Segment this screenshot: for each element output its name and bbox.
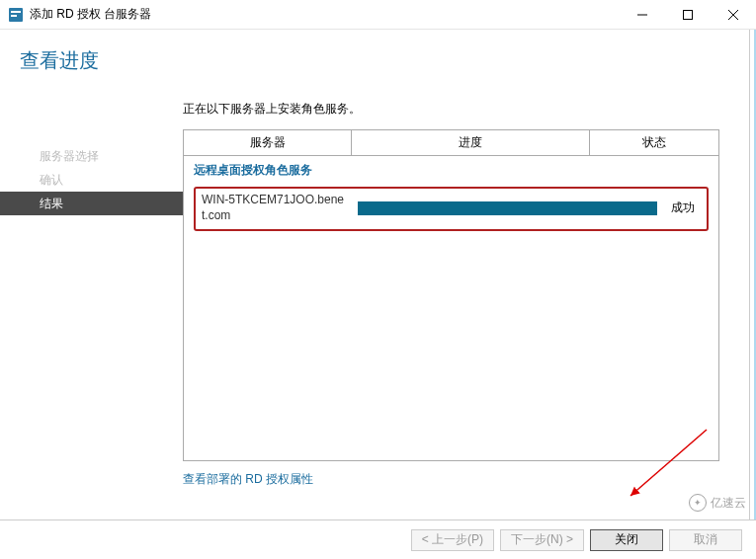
window-controls bbox=[620, 0, 756, 29]
main-panel: 正在以下服务器上安装角色服务。 服务器 进度 状态 远程桌面授权角色服务 WIN… bbox=[183, 91, 749, 519]
page-heading: 查看进度 bbox=[0, 30, 749, 88]
sidebar-item-server-select: 服务器选择 bbox=[0, 144, 183, 168]
cancel-button: 取消 bbox=[669, 529, 742, 551]
sidebar-item-results: 结果 bbox=[0, 192, 183, 215]
svg-rect-4 bbox=[684, 10, 693, 19]
table-body: 远程桌面授权角色服务 WIN-5TKCEM71JOO.benet.com 成功 bbox=[184, 156, 718, 460]
watermark-logo-icon: ✦ bbox=[689, 494, 707, 512]
sidebar: 服务器选择 确认 结果 bbox=[0, 91, 183, 519]
server-name: WIN-5TKCEM71JOO.benet.com bbox=[202, 193, 350, 223]
next-button: 下一步(N) > bbox=[500, 529, 584, 551]
footer: < 上一步(P) 下一步(N) > 关闭 取消 bbox=[0, 519, 756, 559]
table-header: 服务器 进度 状态 bbox=[184, 130, 718, 156]
watermark-text: 亿速云 bbox=[711, 495, 746, 512]
column-progress: 进度 bbox=[352, 130, 590, 155]
progress-table: 服务器 进度 状态 远程桌面授权角色服务 WIN-5TKCEM71JOO.ben… bbox=[183, 129, 719, 461]
table-row: WIN-5TKCEM71JOO.benet.com 成功 bbox=[194, 187, 709, 231]
column-server: 服务器 bbox=[184, 130, 352, 155]
svg-rect-1 bbox=[11, 11, 21, 13]
close-window-button[interactable] bbox=[711, 0, 756, 29]
role-service-label: 远程桌面授权角色服务 bbox=[194, 162, 709, 179]
view-deployment-link[interactable]: 查看部署的 RD 授权属性 bbox=[183, 471, 313, 488]
maximize-button[interactable] bbox=[665, 0, 711, 29]
close-button[interactable]: 关闭 bbox=[590, 529, 663, 551]
app-icon bbox=[8, 7, 24, 23]
instruction-text: 正在以下服务器上安装角色服务。 bbox=[183, 101, 719, 118]
progress-fill bbox=[358, 201, 657, 215]
window-title: 添加 RD 授权 台服务器 bbox=[30, 6, 620, 23]
status-text: 成功 bbox=[671, 200, 701, 216]
watermark: ✦ 亿速云 bbox=[689, 494, 746, 512]
content: 查看进度 服务器选择 确认 结果 正在以下服务器上安装角色服务。 服务器 进度 … bbox=[0, 30, 750, 519]
column-status: 状态 bbox=[590, 130, 718, 155]
progress-bar bbox=[358, 201, 657, 215]
sidebar-item-confirm: 确认 bbox=[0, 168, 183, 192]
svg-rect-2 bbox=[11, 15, 17, 17]
back-button: < 上一步(P) bbox=[411, 529, 494, 551]
main-area: 服务器选择 确认 结果 正在以下服务器上安装角色服务。 服务器 进度 状态 远程… bbox=[0, 91, 749, 519]
minimize-button[interactable] bbox=[620, 0, 665, 29]
titlebar: 添加 RD 授权 台服务器 bbox=[0, 0, 756, 30]
